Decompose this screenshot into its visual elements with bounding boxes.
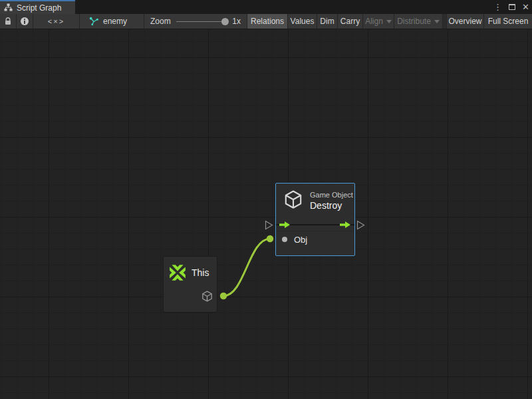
connection-start-dot[interactable] xyxy=(220,293,227,299)
distribute-dropdown[interactable]: Distribute xyxy=(394,14,443,29)
graph-canvas[interactable]: This Game Object Destroy Ob xyxy=(0,29,532,399)
connection-wire[interactable] xyxy=(223,239,270,296)
this-icon xyxy=(168,263,187,282)
carry-button[interactable]: Carry xyxy=(338,14,363,29)
full-screen-button-label: Full Screen xyxy=(488,17,529,26)
overview-button-label: Overview xyxy=(448,17,481,26)
node-destroy[interactable]: Game Object Destroy Obj xyxy=(275,183,355,256)
graph-icon xyxy=(89,17,99,27)
game-object-output-port-icon[interactable] xyxy=(201,290,213,303)
tab-title: Script Graph xyxy=(17,3,61,13)
relations-button-label: Relations xyxy=(251,17,284,26)
align-dropdown[interactable]: Align xyxy=(363,14,394,29)
flow-output-port-icon[interactable] xyxy=(358,221,364,229)
dim-button-label: Dim xyxy=(320,17,334,26)
chevron-down-icon xyxy=(386,20,392,23)
node-this[interactable]: This xyxy=(163,256,217,313)
overview-button[interactable]: Overview xyxy=(447,14,484,29)
node-destroy-labels: Game Object Destroy xyxy=(310,189,353,212)
flow-input-port-icon[interactable] xyxy=(266,221,273,229)
code-icon: <×> xyxy=(48,17,65,25)
script-graph-icon xyxy=(4,3,13,12)
connection-end-dot[interactable] xyxy=(267,235,273,242)
info-button[interactable] xyxy=(17,14,33,29)
obj-port-label: Obj xyxy=(294,235,307,245)
node-destroy-header: Game Object Destroy xyxy=(276,184,354,212)
obj-input-port[interactable]: Obj xyxy=(282,234,307,245)
window-controls: ⋮ ✕ xyxy=(493,0,529,14)
zoom-label: Zoom xyxy=(150,17,171,26)
maximize-icon[interactable] xyxy=(509,4,515,10)
distribute-dropdown-label: Distribute xyxy=(397,17,431,26)
tab-script-graph[interactable]: Script Graph xyxy=(0,0,75,14)
flow-in-arrow-icon[interactable] xyxy=(279,221,290,229)
window-menu-icon[interactable]: ⋮ xyxy=(493,3,502,11)
zoom-control: Zoom 1x xyxy=(144,14,247,29)
lock-button[interactable] xyxy=(0,14,17,29)
game-object-icon xyxy=(283,189,304,210)
lock-icon xyxy=(3,17,13,26)
connections-layer xyxy=(0,29,532,399)
full-screen-button[interactable]: Full Screen xyxy=(484,14,532,29)
obj-port-dot-icon[interactable] xyxy=(282,237,287,242)
node-this-title: This xyxy=(192,267,209,278)
flow-out-arrow-icon[interactable] xyxy=(340,221,350,229)
relations-button[interactable]: Relations xyxy=(247,14,288,29)
graph-breadcrumb[interactable]: enemy xyxy=(80,14,144,29)
node-destroy-title: Destroy xyxy=(310,200,353,212)
graph-name: enemy xyxy=(103,17,127,26)
zoom-slider[interactable] xyxy=(176,21,227,22)
node-this-header: This xyxy=(164,257,217,282)
values-button-label: Values xyxy=(291,17,315,26)
close-icon[interactable]: ✕ xyxy=(522,3,529,11)
chevron-down-icon xyxy=(434,20,440,23)
align-dropdown-label: Align xyxy=(365,17,383,26)
port-row-divider xyxy=(276,231,354,231)
title-bar: Script Graph ⋮ ✕ xyxy=(0,0,532,14)
node-destroy-category: Game Object xyxy=(310,191,353,200)
carry-button-label: Carry xyxy=(340,17,360,26)
values-button[interactable]: Values xyxy=(288,14,317,29)
graph-toolbar: <×> enemy Zoom 1x Relations Values Dim C… xyxy=(0,14,532,29)
dim-button[interactable]: Dim xyxy=(317,14,338,29)
code-preview-button[interactable]: <×> xyxy=(33,14,80,29)
zoom-value: 1x xyxy=(232,17,241,26)
zoom-slider-handle[interactable] xyxy=(221,18,229,25)
info-icon xyxy=(20,17,29,26)
